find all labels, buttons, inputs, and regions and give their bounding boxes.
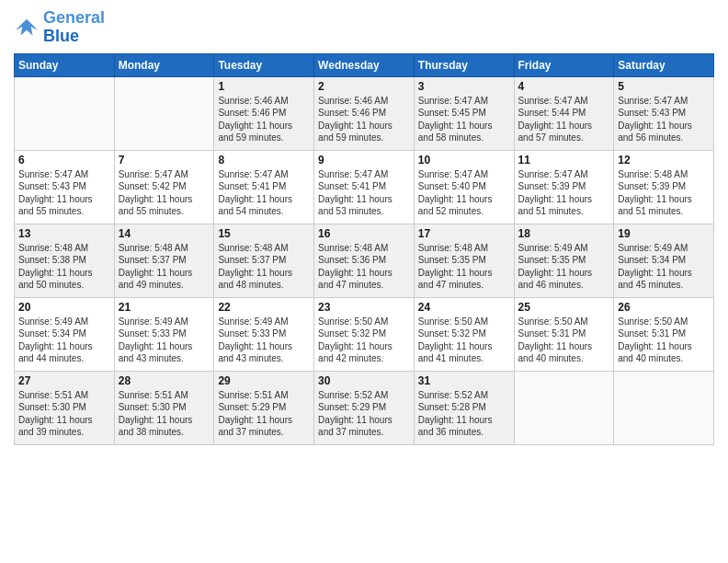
calendar-cell: 13Sunrise: 5:48 AMSunset: 5:38 PMDayligh… [15,224,115,297]
day-info: Sunrise: 5:51 AMSunset: 5:30 PMDaylight:… [18,389,110,439]
calendar-cell: 25Sunrise: 5:50 AMSunset: 5:31 PMDayligh… [514,297,614,371]
day-info: Sunrise: 5:47 AMSunset: 5:44 PMDaylight:… [518,95,610,144]
day-info: Sunrise: 5:46 AMSunset: 5:46 PMDaylight:… [318,95,410,144]
day-number: 24 [418,301,510,314]
day-number: 18 [518,227,610,240]
day-info: Sunrise: 5:48 AMSunset: 5:39 PMDaylight:… [618,168,710,218]
day-number: 9 [318,154,410,167]
day-number: 22 [218,301,310,314]
day-info: Sunrise: 5:47 AMSunset: 5:41 PMDaylight:… [218,168,310,218]
calendar-cell: 31Sunrise: 5:52 AMSunset: 5:28 PMDayligh… [414,371,514,444]
day-info: Sunrise: 5:50 AMSunset: 5:32 PMDaylight:… [318,316,410,365]
day-number: 25 [518,301,610,314]
day-number: 20 [18,301,110,314]
calendar-cell: 21Sunrise: 5:49 AMSunset: 5:33 PMDayligh… [114,297,214,371]
calendar-week-5: 27Sunrise: 5:51 AMSunset: 5:30 PMDayligh… [15,371,714,444]
day-number: 30 [318,374,410,387]
day-number: 4 [518,80,610,93]
calendar-cell: 18Sunrise: 5:49 AMSunset: 5:35 PMDayligh… [514,224,614,297]
day-number: 11 [518,154,610,167]
calendar-cell [614,371,714,444]
calendar-cell: 28Sunrise: 5:51 AMSunset: 5:30 PMDayligh… [114,371,214,444]
day-info: Sunrise: 5:47 AMSunset: 5:42 PMDaylight:… [119,168,210,218]
calendar-table: SundayMondayTuesdayWednesdayThursdayFrid… [14,53,714,445]
day-number: 29 [218,374,310,387]
day-number: 3 [418,80,510,93]
calendar-cell: 11Sunrise: 5:47 AMSunset: 5:39 PMDayligh… [514,150,614,224]
day-number: 7 [119,154,210,167]
day-number: 26 [618,301,710,314]
day-number: 6 [18,154,110,167]
header: General Blue [14,9,714,46]
day-info: Sunrise: 5:48 AMSunset: 5:38 PMDaylight:… [18,242,110,292]
logo: General Blue [14,9,105,46]
calendar-cell: 7Sunrise: 5:47 AMSunset: 5:42 PMDaylight… [114,150,214,224]
calendar-cell: 29Sunrise: 5:51 AMSunset: 5:29 PMDayligh… [214,371,314,444]
day-info: Sunrise: 5:47 AMSunset: 5:45 PMDaylight:… [418,95,510,144]
day-header-thursday: Thursday [414,53,514,76]
day-info: Sunrise: 5:48 AMSunset: 5:37 PMDaylight:… [218,242,310,292]
day-number: 27 [18,374,110,387]
day-info: Sunrise: 5:46 AMSunset: 5:46 PMDaylight:… [218,95,310,144]
day-info: Sunrise: 5:50 AMSunset: 5:32 PMDaylight:… [418,316,510,365]
day-info: Sunrise: 5:47 AMSunset: 5:43 PMDaylight:… [18,168,110,218]
calendar-week-4: 20Sunrise: 5:49 AMSunset: 5:34 PMDayligh… [15,297,714,371]
calendar-cell: 12Sunrise: 5:48 AMSunset: 5:39 PMDayligh… [614,150,714,224]
day-info: Sunrise: 5:49 AMSunset: 5:34 PMDaylight:… [618,242,710,292]
calendar-cell: 3Sunrise: 5:47 AMSunset: 5:45 PMDaylight… [414,76,514,150]
day-info: Sunrise: 5:49 AMSunset: 5:33 PMDaylight:… [119,316,210,365]
day-info: Sunrise: 5:47 AMSunset: 5:39 PMDaylight:… [518,168,610,218]
calendar-cell: 24Sunrise: 5:50 AMSunset: 5:32 PMDayligh… [414,297,514,371]
calendar-cell: 9Sunrise: 5:47 AMSunset: 5:41 PMDaylight… [314,150,415,224]
day-header-tuesday: Tuesday [214,53,314,76]
day-info: Sunrise: 5:47 AMSunset: 5:43 PMDaylight:… [618,95,710,144]
day-number: 28 [119,374,210,387]
day-info: Sunrise: 5:52 AMSunset: 5:28 PMDaylight:… [418,389,510,439]
calendar-week-3: 13Sunrise: 5:48 AMSunset: 5:38 PMDayligh… [15,224,714,297]
calendar-cell: 30Sunrise: 5:52 AMSunset: 5:29 PMDayligh… [314,371,415,444]
calendar-cell: 19Sunrise: 5:49 AMSunset: 5:34 PMDayligh… [614,224,714,297]
day-number: 16 [318,227,410,240]
calendar-cell: 10Sunrise: 5:47 AMSunset: 5:40 PMDayligh… [414,150,514,224]
day-header-friday: Friday [514,53,614,76]
day-info: Sunrise: 5:48 AMSunset: 5:36 PMDaylight:… [318,242,410,292]
calendar-cell: 4Sunrise: 5:47 AMSunset: 5:44 PMDaylight… [514,76,614,150]
day-info: Sunrise: 5:51 AMSunset: 5:30 PMDaylight:… [119,389,210,439]
day-info: Sunrise: 5:48 AMSunset: 5:35 PMDaylight:… [418,242,510,292]
day-info: Sunrise: 5:51 AMSunset: 5:29 PMDaylight:… [218,389,310,439]
calendar-week-1: 1Sunrise: 5:46 AMSunset: 5:46 PMDaylight… [15,76,714,150]
calendar-cell [114,76,214,150]
calendar-header-row: SundayMondayTuesdayWednesdayThursdayFrid… [15,53,714,76]
day-info: Sunrise: 5:47 AMSunset: 5:41 PMDaylight:… [318,168,410,218]
calendar-cell: 23Sunrise: 5:50 AMSunset: 5:32 PMDayligh… [314,297,415,371]
day-number: 21 [119,301,210,314]
day-number: 13 [18,227,110,240]
calendar-cell [514,371,614,444]
day-number: 5 [618,80,710,93]
calendar-cell: 17Sunrise: 5:48 AMSunset: 5:35 PMDayligh… [414,224,514,297]
day-header-saturday: Saturday [614,53,714,76]
calendar-cell: 26Sunrise: 5:50 AMSunset: 5:31 PMDayligh… [614,297,714,371]
day-number: 19 [618,227,710,240]
calendar-cell: 1Sunrise: 5:46 AMSunset: 5:46 PMDaylight… [214,76,314,150]
day-number: 10 [418,154,510,167]
svg-marker-0 [16,18,38,35]
day-number: 1 [218,80,310,93]
day-info: Sunrise: 5:50 AMSunset: 5:31 PMDaylight:… [618,316,710,365]
calendar-week-2: 6Sunrise: 5:47 AMSunset: 5:43 PMDaylight… [15,150,714,224]
day-header-sunday: Sunday [15,53,115,76]
day-header-monday: Monday [114,53,214,76]
day-number: 23 [318,301,410,314]
day-info: Sunrise: 5:49 AMSunset: 5:33 PMDaylight:… [218,316,310,365]
page: General Blue SundayMondayTuesdayWednesda… [0,0,728,563]
calendar-cell: 2Sunrise: 5:46 AMSunset: 5:46 PMDaylight… [314,76,415,150]
calendar-cell: 15Sunrise: 5:48 AMSunset: 5:37 PMDayligh… [214,224,314,297]
day-info: Sunrise: 5:52 AMSunset: 5:29 PMDaylight:… [318,389,410,439]
day-number: 12 [618,154,710,167]
calendar-cell: 8Sunrise: 5:47 AMSunset: 5:41 PMDaylight… [214,150,314,224]
calendar-cell: 20Sunrise: 5:49 AMSunset: 5:34 PMDayligh… [15,297,115,371]
day-number: 8 [218,154,310,167]
calendar-cell: 22Sunrise: 5:49 AMSunset: 5:33 PMDayligh… [214,297,314,371]
calendar-cell: 16Sunrise: 5:48 AMSunset: 5:36 PMDayligh… [314,224,415,297]
calendar-cell [15,76,115,150]
